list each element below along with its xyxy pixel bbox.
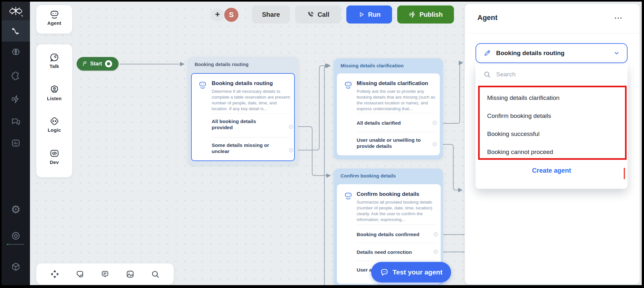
- publish-bolt-icon: [409, 11, 416, 18]
- search-input[interactable]: [495, 71, 593, 78]
- node-description: Summarize all provided booking details (…: [357, 199, 438, 223]
- node-body[interactable]: Missing details clarification Politely a…: [337, 73, 440, 155]
- agent-step-icon: [198, 81, 207, 89]
- add-collaborator-button[interactable]: +: [211, 8, 224, 22]
- canvas-toolbar: [36, 263, 174, 285]
- node-missing-details-clarification[interactable]: Missing details clarification Missing de…: [334, 58, 443, 159]
- note-tool-icon[interactable]: [75, 270, 84, 279]
- block-talk-label: Talk: [36, 63, 72, 69]
- rail-item-components-icon[interactable]: [2, 262, 30, 272]
- port-label: Details need correction: [357, 249, 431, 255]
- rail-divider: [7, 244, 24, 245]
- output-port[interactable]: [289, 148, 293, 152]
- search-icon: [483, 71, 491, 78]
- port-label: All booking details provided: [212, 118, 276, 131]
- node-header: Confirm booking details: [341, 173, 396, 178]
- node-header: Booking details routing: [195, 62, 249, 67]
- node-description: Determine if all necessary details to co…: [212, 89, 292, 112]
- node-body[interactable]: Booking details routing Determine if all…: [191, 73, 295, 161]
- block-item-dev[interactable]: Dev: [36, 148, 72, 165]
- talk-icon: [36, 52, 72, 62]
- dev-icon: [36, 148, 72, 158]
- agent-selector-dropdown[interactable]: Booking details routing: [476, 43, 628, 63]
- image-tool-icon[interactable]: [126, 270, 135, 279]
- block-card-steps: Talk Listen Logic: [36, 44, 72, 178]
- output-port[interactable]: [434, 232, 438, 236]
- agent-option[interactable]: Missing details clarification: [476, 89, 628, 107]
- rail-item-settings-icon[interactable]: ⚙: [2, 204, 30, 215]
- node-title: Booking details routing: [212, 80, 273, 87]
- call-button[interactable]: Call: [295, 5, 341, 24]
- agent-option[interactable]: Confirm booking details: [476, 107, 628, 125]
- rail-item-tokens-icon[interactable]: [2, 231, 30, 241]
- block-logic-label: Logic: [36, 127, 72, 133]
- test-your-agent-button[interactable]: Test your agent: [371, 262, 451, 283]
- panel-divider: [465, 33, 639, 34]
- agent-step-icon: [344, 192, 353, 200]
- selected-agent-label: Booking details routing: [496, 50, 608, 57]
- node-booking-details-routing[interactable]: Booking details routing Booking details …: [188, 57, 298, 165]
- rail-item-integrations-icon[interactable]: [2, 71, 30, 81]
- block-listen-label: Listen: [36, 96, 72, 101]
- annotation-red-tick: [624, 168, 625, 179]
- port-label: All details clarified: [357, 120, 424, 126]
- node-title: Missing details clarification: [357, 80, 428, 87]
- move-tool-icon[interactable]: [50, 270, 59, 279]
- agent-option[interactable]: Booking cannot proceed: [476, 143, 628, 161]
- divider: [357, 261, 437, 261]
- node-title: Confirm booking details: [357, 191, 419, 197]
- comment-tool-icon[interactable]: [101, 270, 110, 279]
- rail-item-conversations-icon[interactable]: [2, 117, 30, 127]
- run-button[interactable]: Run: [346, 5, 392, 24]
- port-label: User unable or unwilling to provide deta…: [357, 137, 426, 149]
- run-button-label: Run: [368, 11, 381, 18]
- chat-bubble-icon: [380, 268, 389, 277]
- block-card-agent[interactable]: Agent: [36, 5, 72, 34]
- left-rail: ⚙: [2, 2, 30, 285]
- node-description: Politely ask the user to provide any boo…: [357, 89, 437, 112]
- port-label: Booking details confirmed: [357, 231, 431, 237]
- divider: [357, 113, 436, 113]
- rail-item-analytics-icon[interactable]: [2, 138, 30, 148]
- phone-icon: [307, 11, 314, 18]
- agent-robot-icon: [36, 10, 72, 19]
- divider: [212, 137, 290, 138]
- block-item-logic[interactable]: Logic: [36, 116, 72, 133]
- node-header: Missing details clarification: [341, 63, 404, 68]
- create-agent-button[interactable]: Create agent: [476, 167, 628, 174]
- agent-search[interactable]: [476, 64, 628, 84]
- publish-button[interactable]: Publish: [397, 5, 454, 24]
- start-label: Start: [90, 61, 102, 67]
- avatar-initial: S: [229, 11, 234, 19]
- output-port[interactable]: [433, 142, 437, 146]
- rail-item-knowledge-icon[interactable]: [2, 47, 30, 57]
- output-port[interactable]: [433, 121, 437, 125]
- divider: [212, 113, 290, 114]
- agent-dropdown-menu: Missing details clarification Confirm bo…: [476, 64, 628, 189]
- block-dev-label: Dev: [36, 159, 72, 165]
- agent-step-icon: [344, 81, 353, 89]
- share-button[interactable]: Share: [252, 5, 290, 24]
- search-tool-icon[interactable]: [151, 270, 160, 279]
- app-window: ⚙ Agent: [0, 0, 644, 288]
- listen-icon: [36, 84, 72, 95]
- block-item-talk[interactable]: Talk: [36, 52, 72, 69]
- publish-button-label: Publish: [419, 11, 443, 18]
- block-agent-label: Agent: [36, 20, 72, 26]
- agent-option[interactable]: Booking successful: [476, 125, 628, 143]
- output-port[interactable]: [289, 125, 293, 129]
- start-output-port[interactable]: [105, 60, 112, 67]
- rail-item-workflow-icon[interactable]: [2, 26, 30, 36]
- start-node[interactable]: Start: [77, 57, 119, 71]
- block-item-listen[interactable]: Listen: [36, 84, 72, 101]
- voiceflow-logo[interactable]: [2, 5, 30, 18]
- panel-title: Agent: [477, 14, 497, 22]
- play-icon: [358, 11, 365, 18]
- rail-item-functions-icon[interactable]: [2, 94, 30, 104]
- avatar[interactable]: S: [223, 7, 239, 23]
- port-label: Some details missing or unclear: [212, 142, 276, 155]
- plus-icon: +: [215, 9, 220, 19]
- call-button-label: Call: [318, 11, 330, 18]
- panel-overflow-menu[interactable]: ...: [614, 12, 623, 21]
- output-port[interactable]: [434, 250, 438, 254]
